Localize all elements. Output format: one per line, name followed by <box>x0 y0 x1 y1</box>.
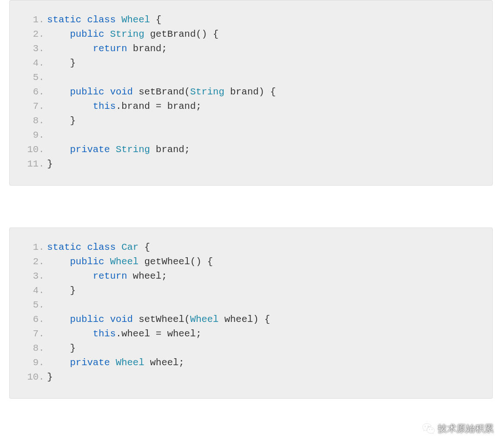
line-number-dot: . <box>39 327 47 341</box>
line-number: 2 <box>20 254 39 269</box>
code-line: 10. private String brand; <box>20 142 482 157</box>
code-content: this.wheel = wheel; <box>47 327 201 341</box>
code-line: 5. <box>20 298 482 312</box>
line-number-dot: . <box>39 355 47 370</box>
line-number-dot: . <box>39 27 47 41</box>
line-number-dot: . <box>39 85 47 99</box>
line-number: 7 <box>20 327 39 341</box>
code-content: return wheel; <box>47 269 167 283</box>
code-line: 2. public String getBrand() { <box>20 27 482 41</box>
line-number-dot: . <box>39 99 47 114</box>
code-line: 8. } <box>20 114 482 128</box>
code-line: 9. private Wheel wheel; <box>20 355 482 370</box>
code-line: 7. this.wheel = wheel; <box>20 327 482 341</box>
line-number: 8 <box>20 114 39 128</box>
code-line: 2. public Wheel getWheel() { <box>20 254 482 269</box>
code-line: 6. public void setBrand(String brand) { <box>20 85 482 99</box>
watermark-text: 技术原始积累 <box>438 422 494 435</box>
code-content: static class Wheel { <box>47 13 161 27</box>
code-content: this.brand = brand; <box>47 99 201 114</box>
line-number: 10 <box>20 370 39 384</box>
line-number: 5 <box>20 298 39 312</box>
line-number-dot: . <box>39 283 47 298</box>
code-line: 5. <box>20 70 482 85</box>
line-number: 10 <box>20 142 39 157</box>
code-content: public void setBrand(String brand) { <box>47 85 276 99</box>
watermark: 技术原始积累 <box>422 422 494 435</box>
line-number-dot: . <box>39 114 47 128</box>
code-content: } <box>47 56 76 70</box>
line-number-dot: . <box>39 41 47 56</box>
code-line: 3. return brand; <box>20 41 482 56</box>
code-content: private String brand; <box>47 142 190 157</box>
code-content: public String getBrand() { <box>47 27 218 41</box>
line-number-dot: . <box>39 157 47 171</box>
line-number: 4 <box>20 56 39 70</box>
code-line: 6. public void setWheel(Wheel wheel) { <box>20 312 482 327</box>
line-number: 1 <box>20 240 39 254</box>
line-number: 6 <box>20 312 39 327</box>
wechat-icon <box>422 422 435 435</box>
line-number: 6 <box>20 85 39 99</box>
line-number-dot: . <box>39 128 47 142</box>
code-line: 11.} <box>20 157 482 171</box>
code-content: public Wheel getWheel() { <box>47 254 213 269</box>
code-line: 8. } <box>20 341 482 355</box>
line-number-dot: . <box>39 298 47 312</box>
line-number-dot: . <box>39 70 47 85</box>
line-number: 3 <box>20 269 39 283</box>
code-content: public void setWheel(Wheel wheel) { <box>47 312 270 327</box>
code-content: private Wheel wheel; <box>47 355 184 370</box>
code-line: 7. this.brand = brand; <box>20 99 482 114</box>
code-content: static class Car { <box>47 240 150 254</box>
line-number: 2 <box>20 27 39 41</box>
line-number: 7 <box>20 99 39 114</box>
line-number-dot: . <box>39 269 47 283</box>
code-content: } <box>47 370 53 384</box>
code-line: 9. <box>20 128 482 142</box>
code-content: } <box>47 283 76 298</box>
code-line: 10.} <box>20 370 482 384</box>
line-number-dot: . <box>39 312 47 327</box>
line-number: 5 <box>20 70 39 85</box>
code-line: 1.static class Wheel { <box>20 13 482 27</box>
code-block-wheel: 1.static class Wheel {2. public String g… <box>9 0 493 186</box>
line-number: 9 <box>20 355 39 370</box>
line-number: 8 <box>20 341 39 355</box>
line-number-dot: . <box>39 370 47 384</box>
page: 1.static class Wheel {2. public String g… <box>0 0 502 399</box>
line-number-dot: . <box>39 341 47 355</box>
line-number: 11 <box>20 157 39 171</box>
code-content: } <box>47 157 53 171</box>
line-number: 9 <box>20 128 39 142</box>
line-number: 4 <box>20 283 39 298</box>
code-line: 4. } <box>20 56 482 70</box>
code-line: 3. return wheel; <box>20 269 482 283</box>
line-number: 3 <box>20 41 39 56</box>
line-number-dot: . <box>39 240 47 254</box>
line-number-dot: . <box>39 13 47 27</box>
line-number-dot: . <box>39 142 47 157</box>
code-line: 1.static class Car { <box>20 240 482 254</box>
line-number-dot: . <box>39 254 47 269</box>
code-block-car: 1.static class Car {2. public Wheel getW… <box>9 227 493 399</box>
line-number: 1 <box>20 13 39 27</box>
code-content: } <box>47 114 76 128</box>
code-content: return brand; <box>47 41 167 56</box>
code-line: 4. } <box>20 283 482 298</box>
code-content: } <box>47 341 76 355</box>
line-number-dot: . <box>39 56 47 70</box>
